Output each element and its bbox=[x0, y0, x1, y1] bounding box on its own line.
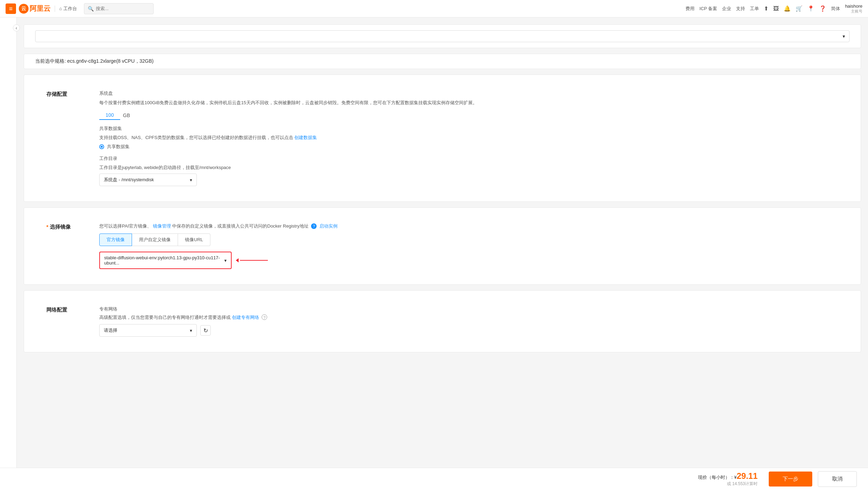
nav-language[interactable]: 简体 bbox=[831, 6, 840, 12]
image-dropdown-value: stable-diffusion-webui-env:pytorch1.13-g… bbox=[104, 255, 224, 266]
nav-cost[interactable]: 费用 bbox=[685, 6, 695, 12]
user-menu[interactable]: haishore 主账号 bbox=[845, 3, 862, 14]
nav-enterprise[interactable]: 企业 bbox=[722, 6, 731, 12]
sidebar-toggle[interactable]: ‹ bbox=[13, 24, 20, 31]
upload-icon[interactable]: ⬆ bbox=[764, 5, 768, 12]
price-sub: 或 14.553计算时 bbox=[727, 481, 758, 487]
disk-size-row: GB bbox=[99, 111, 838, 120]
storage-card: 存储配置 系统盘 每个按量付费实例赠送100GiB免费云盘做持久化存储，实例停机… bbox=[24, 75, 861, 202]
home-link[interactable]: ⌂ 工作台 bbox=[59, 6, 77, 12]
location-icon[interactable]: 📍 bbox=[807, 5, 814, 12]
price-area: 现价（每小时）：¥29.11 或 14.553计算时 bbox=[698, 471, 758, 487]
username: haishore bbox=[845, 3, 862, 9]
next-button[interactable]: 下一步 bbox=[769, 472, 812, 487]
refresh-icon: ↻ bbox=[203, 327, 208, 334]
vpc-select[interactable]: 请选择 ▾ bbox=[99, 324, 197, 337]
search-icon: 🔍 bbox=[88, 6, 94, 12]
system-disk-desc: 每个按量付费实例赠送100GiB免费云盘做持久化存储，实例停机后云盘15天内不回… bbox=[99, 99, 838, 107]
image-content: 您可以选择PAI官方镜像、 镜像管理 中保存的自定义镜像，或直接填入公共可访问的… bbox=[99, 223, 838, 269]
user-role: 主账号 bbox=[851, 9, 862, 14]
create-dataset-link[interactable]: 创建数据集 bbox=[294, 135, 317, 140]
shared-dataset-radio[interactable]: 共享数据集 bbox=[99, 144, 838, 150]
shared-option-label: 共享数据集 bbox=[107, 144, 130, 150]
network-content: 专有网络 高级配置选填，仅当您需要与自己的专有网络打通时才需要选择或 创建专有网… bbox=[99, 306, 838, 337]
logo: 云 阿里云 bbox=[19, 4, 51, 14]
storage-content: 系统盘 每个按量付费实例赠送100GiB免费云盘做持久化存储，实例停机后云盘15… bbox=[99, 90, 838, 186]
radio-checked-icon bbox=[99, 144, 104, 149]
vpc-desc-text: 高级配置选填，仅当您需要与自己的专有网络打通时才需要选择或 bbox=[99, 315, 231, 320]
cart-icon[interactable]: 🛒 bbox=[796, 5, 803, 12]
help-icon[interactable]: ❓ bbox=[819, 5, 826, 12]
logo-icon: 云 bbox=[19, 4, 29, 14]
network-section: 网络配置 专有网络 高级配置选填，仅当您需要与自己的专有网络打通时才需要选择或 … bbox=[35, 299, 850, 344]
shared-desc-text: 支持挂载OSS、NAS、CPFS类型的数据集，您可以选择已经创建好的数据进行挂载… bbox=[99, 135, 293, 140]
logo-text: 阿里云 bbox=[30, 4, 51, 13]
nav-support[interactable]: 支持 bbox=[736, 6, 745, 12]
home-icon: ⌂ bbox=[59, 6, 62, 11]
spec-info-card: 当前选中规格: ecs.gn6v-c8g1.2xlarge(8 vCPU，32G… bbox=[24, 54, 861, 69]
image-help-text: 您可以选择PAI官方镜像、 镜像管理 中保存的自定义镜像，或直接填入公共可访问的… bbox=[99, 223, 838, 229]
nav-workorder[interactable]: 工单 bbox=[750, 6, 759, 12]
image-card: 选择镜像 您可以选择PAI官方镜像、 镜像管理 中保存的自定义镜像，或直接填入公… bbox=[24, 207, 861, 285]
vpc-select-row: 请选择 ▾ ↻ bbox=[99, 324, 838, 337]
tab-url[interactable]: 镜像URL bbox=[178, 233, 210, 246]
spec-dropdown[interactable]: ▾ bbox=[35, 30, 850, 42]
image-icon[interactable]: 🖼 bbox=[773, 6, 779, 12]
current-spec-label: 当前选中规格: ecs.gn6v-c8g1.2xlarge(8 vCPU，32G… bbox=[35, 58, 154, 64]
bell-icon[interactable]: 🔔 bbox=[784, 5, 791, 12]
vpc-desc: 高级配置选填，仅当您需要与自己的专有网络打通时才需要选择或 创建专有网络 ? bbox=[99, 314, 838, 321]
network-card: 网络配置 专有网络 高级配置选填，仅当您需要与自己的专有网络打通时才需要选择或 … bbox=[24, 290, 861, 352]
price-main: 现价（每小时）：¥29.11 bbox=[698, 471, 758, 481]
vpc-label: 专有网络 bbox=[99, 306, 838, 312]
main-content: ▾ 当前选中规格: ecs.gn6v-c8g1.2xlarge(8 vCPU，3… bbox=[17, 17, 868, 490]
menu-button[interactable]: ≡ bbox=[6, 3, 16, 14]
workdir-value: 系统盘 - /mnt/systemdisk bbox=[104, 177, 154, 183]
nav-divider bbox=[55, 6, 55, 12]
bottom-bar: 现价（每小时）：¥29.11 或 14.553计算时 下一步 取消 bbox=[0, 468, 868, 490]
cancel-button[interactable]: 取消 bbox=[818, 471, 857, 487]
shared-dataset-group: 共享数据集 支持挂载OSS、NAS、CPFS类型的数据集，您可以选择已经创建好的… bbox=[99, 125, 838, 150]
vpc-chevron-icon: ▾ bbox=[190, 328, 192, 333]
arrow-head-icon bbox=[236, 258, 239, 262]
arrow-line bbox=[240, 260, 268, 261]
top-navigation: ≡ 云 阿里云 ⌂ 工作台 🔍 费用 ICP 备案 企业 支持 工单 ⬆ 🖼 🔔… bbox=[0, 0, 868, 17]
disk-unit: GB bbox=[123, 113, 130, 118]
image-dropdown-chevron-icon: ▾ bbox=[224, 258, 227, 263]
chevron-left-icon: ‹ bbox=[16, 25, 17, 31]
vpc-refresh-button[interactable]: ↻ bbox=[200, 325, 211, 336]
arrow-indicator bbox=[236, 258, 268, 262]
system-disk-label: 系统盘 bbox=[99, 90, 838, 97]
image-tabs: 官方镜像 用户自定义镜像 镜像URL bbox=[99, 233, 838, 246]
workdir-label: 工作目录 bbox=[99, 155, 838, 162]
nav-icp[interactable]: ICP 备案 bbox=[699, 6, 717, 12]
aliyun-logo: 云 阿里云 bbox=[19, 4, 51, 14]
workdir-dropdown[interactable]: 系统盘 - /mnt/systemdisk ▾ bbox=[99, 174, 197, 186]
price-label: 现价（每小时）：¥ bbox=[698, 475, 737, 480]
tab-custom[interactable]: 用户自定义镜像 bbox=[132, 233, 178, 246]
image-select-wrapper: stable-diffusion-webui-env:pytorch1.13-g… bbox=[99, 252, 838, 269]
hamburger-icon: ≡ bbox=[9, 6, 13, 12]
vpc-help-icon: ? bbox=[262, 314, 267, 320]
shared-dataset-label: 共享数据集 bbox=[99, 125, 838, 132]
spec-chevron-icon: ▾ bbox=[843, 33, 845, 39]
start-instance-link[interactable]: 启动实例 bbox=[319, 223, 338, 229]
image-help-question-icon: ? bbox=[311, 223, 317, 229]
image-dropdown[interactable]: stable-diffusion-webui-env:pytorch1.13-g… bbox=[99, 252, 232, 269]
workdir-group: 工作目录 工作目录是jupyterlab, webide的启动路径，挂载至/mn… bbox=[99, 155, 838, 186]
system-disk-group: 系统盘 每个按量付费实例赠送100GiB免费云盘做持久化存储，实例停机后云盘15… bbox=[99, 90, 838, 120]
image-section: 选择镜像 您可以选择PAI官方镜像、 镜像管理 中保存的自定义镜像，或直接填入公… bbox=[35, 216, 850, 276]
network-section-label: 网络配置 bbox=[46, 306, 88, 337]
price-value: 29.11 bbox=[737, 471, 758, 481]
top-nav-right: 费用 ICP 备案 企业 支持 工单 ⬆ 🖼 🔔 🛒 📍 ❓ 简体 haisho… bbox=[685, 3, 862, 14]
storage-section: 存储配置 系统盘 每个按量付费实例赠送100GiB免费云盘做持久化存储，实例停机… bbox=[35, 83, 850, 193]
disk-size-input[interactable] bbox=[99, 111, 120, 120]
create-vpc-link[interactable]: 创建专有网络 bbox=[232, 315, 259, 320]
search-bar[interactable]: 🔍 bbox=[84, 3, 154, 14]
image-manage-link[interactable]: 镜像管理 bbox=[153, 223, 171, 229]
shared-desc: 支持挂载OSS、NAS、CPFS类型的数据集，您可以选择已经创建好的数据进行挂载… bbox=[99, 135, 838, 141]
workdir-chevron-icon: ▾ bbox=[190, 177, 192, 183]
image-section-label: 选择镜像 bbox=[46, 223, 88, 269]
search-input[interactable] bbox=[96, 6, 150, 11]
tab-official[interactable]: 官方镜像 bbox=[99, 233, 132, 246]
workdir-desc: 工作目录是jupyterlab, webide的启动路径，挂载至/mnt/wor… bbox=[99, 164, 838, 171]
